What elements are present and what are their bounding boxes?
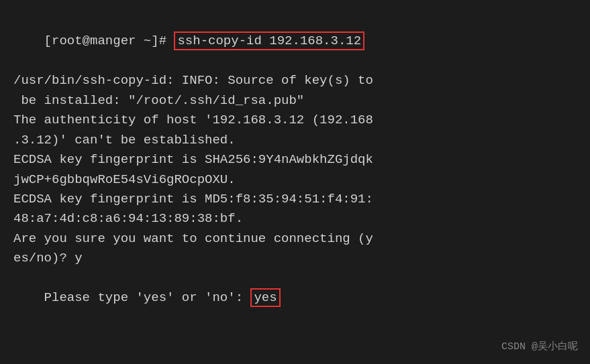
terminal-line-7: jwCP+6gbbqwRoE54sVi6gROcpOXU. (13, 170, 577, 190)
command-highlight-2: yes (250, 288, 280, 307)
terminal-line-5: .3.12)' can't be established. (13, 131, 577, 150)
terminal-line-1: [root@manger ~]# ssh-copy-id 192.168.3.1… (13, 12, 577, 71)
terminal-line-2: /usr/bin/ssh-copy-id: INFO: Source of ke… (13, 71, 577, 90)
terminal-line-12: Please type 'yes' or 'no': yes (13, 269, 577, 328)
terminal-window: [root@manger ~]# ssh-copy-id 192.168.3.1… (0, 0, 590, 364)
terminal-line-3: be installed: "/root/.ssh/id_rsa.pub" (13, 91, 577, 111)
terminal-line-10: Are you sure you want to continue connec… (13, 229, 577, 249)
terminal-line-6: ECDSA key fingerprint is SHA256:9Y4nAwbk… (13, 150, 577, 170)
terminal-line-4: The authenticity of host '192.168.3.12 (… (13, 111, 577, 130)
prompt-1: [root@manger ~]# (44, 34, 175, 48)
command-highlight-1: ssh-copy-id 192.168.3.12 (174, 32, 364, 50)
terminal-line-11: es/no)? y (13, 249, 577, 268)
terminal-line-9: 48:a7:4d:c8:a6:94:13:89:38:bf. (13, 209, 577, 229)
terminal-line-8: ECDSA key fingerprint is MD5:f8:35:94:51… (13, 190, 577, 209)
please-type-prompt: Please type 'yes' or 'no': (44, 290, 251, 305)
watermark: CSDN @吴小白呢 (501, 339, 578, 355)
